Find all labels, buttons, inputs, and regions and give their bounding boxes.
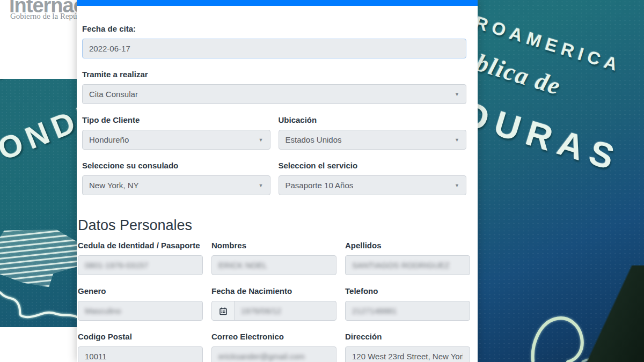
consulado-label: Seleccione su consulado (82, 161, 270, 171)
nombres-label: Nombres (211, 241, 336, 250)
fecha-nacimiento-input[interactable]: 1976/06/12 (211, 301, 336, 321)
apellidos-group: Apellidos SANTIAGOS RODRIGUEZ (345, 241, 470, 275)
correo-value: ericksander@gmail.com (218, 352, 305, 361)
chevron-down-icon: ▼ (259, 137, 264, 143)
telefono-label: Telefono (345, 286, 470, 296)
cedula-label: Cedula de Identidad / Pasaporte (78, 241, 203, 250)
site-tagline: Gobierno de la República (10, 12, 77, 21)
tipo-cliente-select[interactable]: Hondureño ▼ (82, 130, 270, 150)
chevron-down-icon: ▼ (455, 92, 459, 97)
cliente-ubicacion-row: Tipo de Cliente Hondureño ▼ Ubicación Es… (82, 115, 466, 161)
chevron-down-icon: ▼ (455, 137, 459, 143)
consulado-servicio-row: Seleccione su consulado New York, NY ▼ S… (82, 161, 466, 206)
cedula-group: Cedula de Identidad / Pasaporte 0801-197… (78, 241, 203, 275)
telefono-group: Telefono 2127148881 (345, 286, 470, 321)
direccion-value: 120 West 23rd Street, New York, (352, 352, 463, 361)
ubicacion-group: Ubicación Estados Unidos ▼ (279, 115, 467, 150)
correo-label: Correo Electronico (211, 332, 336, 342)
cedula-value: 0801-1976-03157 (85, 261, 148, 270)
passport-photo-left: República HONDURAS (0, 79, 77, 327)
correo-input[interactable]: ericksander@gmail.com (211, 346, 336, 362)
genero-value: Masculino (85, 306, 121, 315)
consulado-select[interactable]: New York, NY ▼ (82, 175, 270, 195)
ubicacion-label: Ubicación (279, 115, 467, 125)
fecha-nacimiento-value: 1976/06/12 (235, 306, 281, 315)
servicio-group: Seleccion el servicio Pasaporte 10 Años … (279, 161, 467, 195)
direccion-group: Dirección 120 West 23rd Street, New York… (345, 332, 470, 362)
passport-text-republica-left: República (0, 79, 27, 103)
dark-corner-shadow (585, 265, 644, 362)
nombres-value: ERICK NOEL (218, 261, 267, 270)
fecha-cita-label: Fecha de cita: (82, 24, 466, 34)
codigo-postal-input[interactable]: 10011 (78, 346, 203, 362)
personal-row-2: Genero Masculino Fecha de Nacimiento (78, 286, 470, 332)
servicio-value: Pasaporte 10 Años (286, 181, 354, 190)
modal-top-accent-bar (77, 0, 478, 6)
apellidos-input[interactable]: SANTIAGOS RODRIGUEZ (345, 255, 470, 275)
nombres-input[interactable]: ERICK NOEL (211, 255, 336, 275)
consulado-group: Seleccione su consulado New York, NY ▼ (82, 161, 270, 195)
passport-text-honduras-left: HONDURAS (0, 79, 77, 178)
correo-group: Correo Electronico ericksander@gmail.com (211, 332, 336, 362)
tramite-select[interactable]: Cita Consular ▼ (82, 84, 466, 104)
servicio-label: Seleccion el servicio (279, 161, 467, 171)
cedula-input[interactable]: 0801-1976-03157 (78, 255, 203, 275)
apellidos-label: Apellidos (345, 241, 470, 250)
telefono-input[interactable]: 2127148881 (345, 301, 470, 321)
datos-personales-section: Datos Personales Cedula de Identidad / P… (78, 217, 470, 362)
apellidos-value: SANTIAGOS RODRIGUEZ (352, 261, 450, 270)
consulado-value: New York, NY (89, 181, 139, 190)
genero-label: Genero (78, 286, 203, 296)
personal-row-1: Cedula de Identidad / Pasaporte 0801-197… (78, 241, 470, 286)
genero-group: Genero Masculino (78, 286, 203, 321)
telefono-value: 2127148881 (352, 306, 397, 315)
tipo-cliente-label: Tipo de Cliente (82, 115, 270, 125)
ubicacion-select[interactable]: Estados Unidos ▼ (279, 130, 467, 150)
fecha-cita-group: Fecha de cita: 2022-06-17 (82, 24, 466, 58)
passport-coastline-outline (0, 283, 77, 327)
chevron-down-icon: ▼ (259, 183, 264, 188)
codigo-postal-value: 10011 (85, 352, 107, 361)
direccion-input[interactable]: 120 West 23rd Street, New York, (345, 346, 470, 362)
calendar-icon (212, 301, 235, 320)
datos-personales-heading: Datos Personales (78, 217, 470, 233)
genero-input[interactable]: Masculino (78, 301, 203, 321)
codigo-postal-group: Codigo Postal 10011 (78, 332, 203, 362)
form-content: Fecha de cita: 2022-06-17 Tramite a real… (77, 6, 478, 362)
direccion-label: Dirección (345, 332, 470, 342)
appointment-form-modal: Fecha de cita: 2022-06-17 Tramite a real… (77, 0, 478, 362)
fecha-nacimiento-group: Fecha de Nacimiento (211, 286, 336, 321)
chevron-down-icon: ▼ (455, 183, 459, 188)
fecha-cita-input[interactable]: 2022-06-17 (82, 39, 466, 58)
personal-row-3: Codigo Postal 10011 Correo Electronico e… (78, 332, 470, 362)
tramite-value: Cita Consular (89, 90, 138, 99)
tipo-cliente-value: Hondureño (89, 135, 129, 144)
ubicacion-value: Estados Unidos (286, 135, 342, 144)
servicio-select[interactable]: Pasaporte 10 Años ▼ (279, 175, 467, 195)
nombres-group: Nombres ERICK NOEL (211, 241, 336, 275)
fecha-cita-value: 2022-06-17 (89, 44, 130, 53)
site-page-background: Internac Gobierno de la República Repúbl… (0, 0, 77, 362)
codigo-postal-label: Codigo Postal (78, 332, 203, 342)
tramite-group: Tramite a realizar Cita Consular ▼ (82, 70, 466, 104)
fecha-nacimiento-label: Fecha de Nacimiento (211, 286, 336, 296)
tipo-cliente-group: Tipo de Cliente Hondureño ▼ (82, 115, 270, 150)
tramite-label: Tramite a realizar (82, 70, 466, 79)
